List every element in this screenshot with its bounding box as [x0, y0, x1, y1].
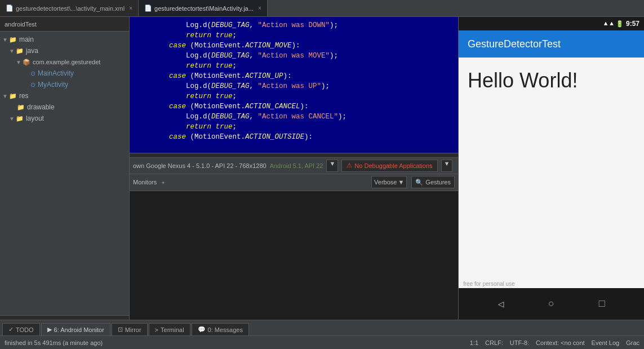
tree-item-mainactivity[interactable]: ⊙ MainActivity — [0, 68, 129, 79]
project-root-label: androidTest — [5, 21, 37, 28]
code-line-3: case (MotionEvent.ACTION_MOVE): — [135, 41, 452, 51]
tab-close-xml[interactable]: × — [129, 5, 132, 11]
tree-scrollbar[interactable] — [0, 315, 129, 320]
code-line-12: case (MotionEvent.ACTION_OUTSIDE): — [135, 132, 452, 142]
expand-arrow-pkg: ▼ — [16, 59, 21, 65]
tree-item-drawable[interactable]: 📁 drawable — [0, 101, 129, 113]
emulator-content[interactable]: Hello World! — [459, 58, 644, 277]
main-area: androidTest ▼ 📁 main ▼ 📁 java ▼ 📦 com.ex… — [0, 17, 644, 320]
status-bar: finished in 5s 491ms (a minute ago) 1:1 … — [0, 335, 644, 349]
app-title: GestureDetectorTest — [468, 38, 561, 50]
code-line-1: Log.d(DEBUG_TAG, "Action was DOWN"); — [135, 20, 452, 30]
tab-close-java[interactable]: × — [258, 5, 261, 11]
event-log-tab[interactable]: Event Log — [592, 339, 620, 346]
log-area[interactable] — [130, 191, 458, 320]
gestures-search-box[interactable]: 🔍 Gestures — [411, 176, 455, 188]
emulator-panel: ▲ ▲ 🔋 9:57 GestureDetectorTest Hello Wor… — [458, 17, 644, 320]
tab-activity-main-xml[interactable]: 📄 gesturedetectortest\...\activity_main.… — [0, 0, 139, 16]
tab-terminal[interactable]: > Terminal — [149, 323, 190, 335]
code-line-7: Log.d(DEBUG_TAG, "Action was UP"); — [135, 81, 452, 91]
expand-arrow: ▼ — [2, 37, 8, 43]
tab-messages[interactable]: 💬 0: Messages — [192, 323, 249, 335]
home-button[interactable]: ○ — [542, 295, 560, 313]
tab-android-monitor[interactable]: ▶ 6: Android Monitor — [41, 323, 110, 335]
encoding: UTF-8: — [510, 339, 529, 346]
bottom-tabs-bar: ✓ TODO ▶ 6: Android Monitor ⊡ Mirror > T… — [0, 320, 644, 335]
folder-icon: 📁 — [9, 36, 17, 43]
code-line-6: case (MotionEvent.ACTION_UP): — [135, 71, 452, 81]
debug-config-dropdown[interactable]: ▼ — [441, 160, 453, 172]
status-right: 1:1 CRLF: UTF-8: Context: <no cont Event… — [470, 339, 639, 346]
code-line-10: Log.d(DEBUG_TAG, "Action was CANCEL"); — [135, 112, 452, 122]
layout-folder-icon: 📁 — [16, 115, 24, 122]
left-panel: androidTest ▼ 📁 main ▼ 📁 java ▼ 📦 com.ex… — [0, 17, 130, 320]
expand-arrow-java: ▼ — [9, 48, 15, 54]
gradle-tab[interactable]: Grac — [626, 339, 639, 346]
code-line-8: return true; — [135, 91, 452, 101]
drawable-folder-icon: 📁 — [17, 104, 25, 111]
no-debuggable-apps-btn[interactable]: ⚠ No Debuggable Applications — [341, 160, 437, 172]
code-line-4: Log.d(DEBUG_TAG, "Action was MOVE"); — [135, 51, 452, 61]
package-icon: 📦 — [23, 59, 30, 66]
activity-icon-my: ⊙ — [30, 81, 35, 89]
java-file-icon: 📄 — [144, 5, 152, 12]
cursor-position: 1:1 — [470, 339, 478, 346]
line-ending: CRLF: — [485, 339, 503, 346]
tree-item-myactivity[interactable]: ⊙ MyActivity — [0, 79, 129, 90]
code-line-2: return true; — [135, 30, 452, 41]
terminal-icon: > — [155, 326, 158, 333]
android-icon: ▶ — [47, 326, 52, 333]
xml-file-icon: 📄 — [6, 5, 14, 12]
verbose-dropdown[interactable]: Verbose ▼ — [371, 176, 407, 188]
tree-item-layout[interactable]: ▼ 📁 layout — [0, 113, 129, 124]
messages-icon: 💬 — [198, 326, 206, 333]
tree-item-java[interactable]: ▼ 📁 java — [0, 45, 129, 56]
code-line-11: return true; — [135, 122, 452, 132]
emulator-status-bar: ▲ ▲ 🔋 9:57 — [459, 17, 644, 30]
res-folder-icon: 📁 — [9, 92, 17, 100]
tab-bar: 📄 gesturedetectortest\...\activity_main.… — [0, 0, 644, 17]
folder-java-icon: 📁 — [16, 47, 24, 55]
battery-icon: 🔋 — [616, 20, 624, 28]
expand-arrow-res: ▼ — [2, 93, 8, 99]
hello-world-text: Hello World! — [468, 69, 635, 92]
device-name-label: own Google Nexus 4 - 5.1.0 - API 22 - 76… — [133, 162, 267, 169]
status-message: finished in 5s 491ms (a minute ago) — [5, 339, 103, 346]
mirror-icon: ⊡ — [118, 326, 123, 333]
monitor-bar: Monitors ✦ Verbose ▼ 🔍 Gestures — [130, 174, 458, 191]
status-time: 9:57 — [626, 20, 639, 28]
device-bar: own Google Nexus 4 - 5.1.0 - API 22 - 76… — [130, 157, 458, 174]
watermark-text: free for personal use — [463, 281, 515, 287]
code-editor[interactable]: Log.d(DEBUG_TAG, "Action was DOWN"); ret… — [130, 17, 458, 153]
back-button[interactable]: ◁ — [492, 295, 510, 313]
search-icon: 🔍 — [415, 179, 423, 186]
monitors-label: Monitors — [133, 179, 157, 185]
todo-icon: ✓ — [8, 326, 14, 333]
tab-todo[interactable]: ✓ TODO — [2, 323, 40, 335]
code-line-9: case (MotionEvent.ACTION_CANCEL): — [135, 101, 452, 112]
emulator-nav-bar: ◁ ○ □ — [459, 288, 644, 320]
tab-mirror[interactable]: ⊡ Mirror — [112, 323, 148, 335]
tree-item-res[interactable]: ▼ 📁 res — [0, 90, 129, 101]
code-editor-panel: Log.d(DEBUG_TAG, "Action was DOWN"); ret… — [130, 17, 458, 320]
pin-icon: ✦ — [161, 179, 165, 186]
emulator-app-bar: GestureDetectorTest — [459, 30, 644, 58]
code-scrollbar-h[interactable] — [130, 153, 458, 157]
android-version-label: Android 5.1, API 22 — [270, 162, 323, 169]
tab-main-activity-java[interactable]: 📄 gesturedetectortest\MainActivity.ja...… — [139, 0, 268, 16]
wifi-icon: ▲ — [604, 20, 608, 27]
expand-arrow-layout: ▼ — [9, 116, 15, 122]
signal-icon: ▲ — [610, 20, 614, 27]
device-dropdown[interactable]: ▼ — [326, 160, 338, 172]
tree-item-package[interactable]: ▼ 📦 com.example.gesturedet — [0, 56, 129, 68]
context-info: Context: <no cont — [536, 339, 585, 346]
project-header: androidTest — [0, 17, 129, 32]
warning-icon: ⚠ — [347, 162, 352, 169]
code-line-5: return true; — [135, 61, 452, 71]
activity-icon-main: ⊙ — [30, 70, 35, 77]
tree-item-main[interactable]: ▼ 📁 main — [0, 34, 129, 45]
recent-apps-button[interactable]: □ — [593, 295, 611, 313]
project-tree[interactable]: ▼ 📁 main ▼ 📁 java ▼ 📦 com.example.gestur… — [0, 32, 129, 315]
